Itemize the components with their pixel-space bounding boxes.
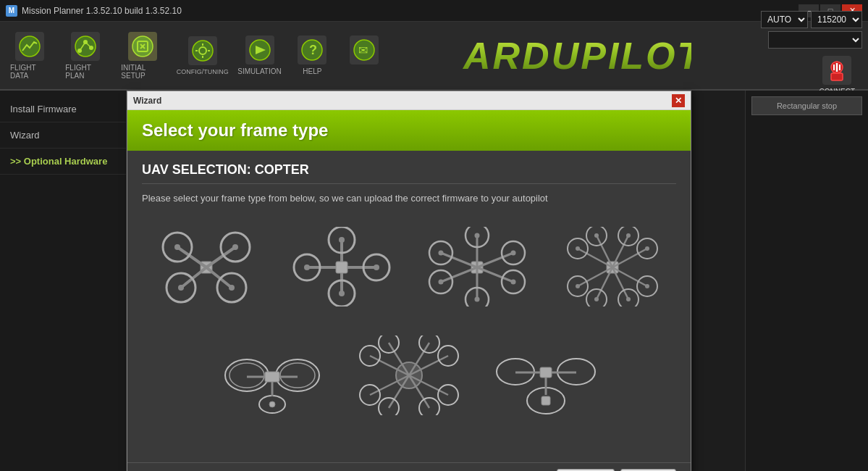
svg-rect-128: [540, 367, 552, 378]
drone-grid-top: [142, 218, 676, 315]
flight-plan-icon: [71, 32, 100, 61]
dropdown-row-1: AUTO COM1 COM2 115200 57600 9600: [761, 11, 862, 28]
svg-point-96: [594, 297, 599, 301]
sidebar: Install Firmware Wizard >> Optional Hard…: [0, 91, 127, 471]
drone-tricopter[interactable]: [207, 327, 337, 424]
svg-point-39: [178, 285, 184, 291]
toolbar-item-config[interactable]: CONFIG/TUNING: [173, 32, 232, 80]
svg-point-99: [225, 359, 269, 391]
extra-label: [363, 67, 366, 75]
drone-octo-spider[interactable]: [344, 327, 473, 424]
rectangular-stop-button[interactable]: Rectangular stop: [751, 96, 862, 115]
svg-point-54: [374, 264, 379, 270]
main-layout: Install Firmware Wizard >> Optional Hard…: [0, 91, 868, 471]
svg-point-41: [229, 285, 235, 291]
dialog-header: Select your frame type: [127, 110, 691, 151]
toolbar-item-initial-setup[interactable]: INITIAL SETUP: [114, 28, 172, 84]
svg-line-59: [477, 267, 513, 282]
toolbar: FLIGHT DATA FLIGHT PLAN INITIAL SETUP CO…: [0, 22, 868, 91]
svg-point-67: [438, 280, 443, 285]
help-label: HELP: [303, 67, 321, 75]
title-bar-left: M Mission Planner 1.3.52.10 build 1.3.52…: [6, 5, 182, 17]
svg-point-0: [20, 36, 40, 57]
svg-point-52: [304, 264, 310, 270]
svg-point-35: [174, 244, 180, 250]
svg-point-73: [474, 297, 479, 302]
uav-selection-title: UAV SELECTION: COPTER: [142, 162, 676, 184]
flight-data-icon: [15, 32, 44, 61]
config-label: CONFIG/TUNING: [177, 68, 229, 75]
drone-y6[interactable]: [481, 327, 611, 424]
toolbar-item-flight-plan[interactable]: FLIGHT PLAN: [58, 28, 112, 84]
dialog-title: Wizard: [133, 96, 161, 106]
optional-hardware-label: >> Optional Hardware: [10, 156, 107, 167]
svg-point-86: [645, 246, 649, 251]
simulation-icon: [245, 36, 274, 64]
sidebar-item-install-firmware[interactable]: Install Firmware: [0, 96, 126, 122]
svg-rect-25: [831, 73, 843, 80]
simulation-label: SIMULATION: [237, 67, 281, 75]
svg-line-58: [441, 267, 477, 282]
svg-point-69: [510, 280, 515, 285]
dialog-close-button[interactable]: ✕: [672, 94, 685, 107]
svg-text:ARDUPILOT: ARDUPILOT: [462, 35, 691, 77]
help-icon: ?: [298, 36, 326, 64]
app-logo: ARDUPILOT: [460, 27, 691, 85]
auto-dropdown[interactable]: AUTO COM1 COM2: [761, 11, 808, 28]
svg-point-107: [269, 401, 275, 407]
initial-setup-icon: [128, 32, 157, 61]
wizard-dialog: Wizard ✕ Select your frame type UAV SELE…: [127, 91, 745, 471]
toolbar-item-extra[interactable]: ✉: [339, 31, 389, 80]
dialog-footer: << Back Next >> Progress... 2 of 16: [127, 462, 691, 471]
toolbar-item-flight-data[interactable]: FLIGHT DATA: [3, 28, 56, 84]
svg-point-100: [229, 363, 264, 388]
drone-octa[interactable]: [548, 218, 676, 315]
svg-point-84: [576, 246, 580, 251]
svg-point-71: [474, 233, 479, 238]
right-controls: AUTO COM1 COM2 115200 57600 9600: [761, 11, 865, 100]
flight-plan-label: FLIGHT PLAN: [65, 64, 105, 80]
wizard-label: Wizard: [10, 130, 39, 141]
svg-point-90: [645, 284, 649, 288]
svg-point-65: [510, 251, 515, 256]
svg-line-32: [181, 267, 206, 288]
sidebar-item-optional-hardware[interactable]: >> Optional Hardware: [0, 149, 126, 175]
svg-point-98: [626, 297, 631, 301]
dropdown-row-2: [768, 31, 862, 49]
svg-line-33: [206, 267, 232, 288]
right-panel: Rectangular stop: [745, 91, 868, 471]
initial-setup-label: INITIAL SETUP: [121, 64, 164, 80]
svg-point-92: [594, 233, 599, 238]
svg-point-88: [576, 284, 580, 288]
svg-rect-132: [542, 396, 550, 405]
logo-area: ARDUPILOT: [389, 27, 761, 85]
install-firmware-label: Install Firmware: [10, 104, 77, 114]
drone-quad-plus[interactable]: [277, 218, 405, 315]
flight-data-label: FLIGHT DATA: [10, 64, 49, 80]
window-title: Mission Planner 1.3.52.10 build 1.3.52.1…: [22, 6, 182, 16]
toolbar-item-simulation[interactable]: SIMULATION: [234, 31, 286, 80]
drone-hexa-x[interactable]: [413, 218, 541, 315]
svg-text:?: ?: [309, 43, 317, 57]
drone-grid-bottom: [142, 327, 676, 424]
port-dropdown[interactable]: [768, 31, 862, 49]
svg-text:✉: ✉: [358, 44, 368, 57]
sidebar-item-wizard[interactable]: Wizard: [0, 122, 126, 149]
dialog-header-title: Select your frame type: [142, 120, 328, 140]
config-icon: [188, 36, 217, 65]
content-area: Wizard ✕ Select your frame type UAV SELE…: [127, 91, 745, 471]
app-icon: M: [6, 5, 17, 17]
svg-point-37: [232, 244, 238, 250]
svg-rect-42: [336, 262, 347, 273]
svg-rect-103: [265, 372, 279, 382]
dialog-titlebar: Wizard ✕: [127, 91, 691, 110]
toolbar-icons: FLIGHT DATA FLIGHT PLAN INITIAL SETUP CO…: [3, 28, 389, 84]
uav-description: Please select your frame type from below…: [142, 193, 676, 204]
drone-quad-x[interactable]: [142, 218, 270, 315]
svg-line-56: [441, 253, 477, 267]
svg-point-102: [280, 363, 315, 388]
dialog-box: Wizard ✕ Select your frame type UAV SELE…: [127, 91, 691, 471]
baud-dropdown[interactable]: 115200 57600 9600: [811, 11, 862, 28]
toolbar-item-help[interactable]: ? HELP: [287, 31, 337, 80]
dialog-content: UAV SELECTION: COPTER Please select your…: [127, 151, 691, 462]
